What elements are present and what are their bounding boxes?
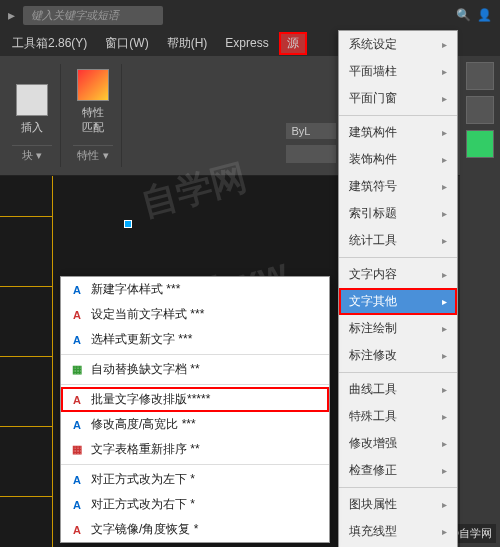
insert-icon [16, 84, 48, 116]
submenu-item-6[interactable]: ▦文字表格重新排序 ** [61, 437, 329, 462]
chevron-icon: ▸ [8, 7, 15, 23]
panel-title-block: 块 ▾ [12, 145, 52, 163]
user-icon[interactable]: 👤 [477, 8, 492, 22]
menu-item-11[interactable]: 标注修改▸ [339, 342, 457, 369]
menu-item-8[interactable]: 文字内容▸ [339, 261, 457, 288]
menu-item-16[interactable]: 图块属性▸ [339, 491, 457, 518]
menu-item-2[interactable]: 平面门窗▸ [339, 85, 457, 112]
menu-item-7[interactable]: 统计工具▸ [339, 227, 457, 254]
submenu-item-8[interactable]: A对正方式改为右下 * [61, 492, 329, 517]
menu-source[interactable]: 源 [279, 32, 307, 55]
menu-item-17[interactable]: 填充线型▸ [339, 518, 457, 545]
menu-express[interactable]: Express [217, 33, 276, 53]
match-props-button[interactable]: 特性 匹配 [73, 65, 113, 139]
bylayer-dropdown[interactable]: ByL [286, 123, 336, 139]
menu-item-3[interactable]: 建筑构件▸ [339, 119, 457, 146]
menu-item-14[interactable]: 修改增强▸ [339, 430, 457, 457]
submenu: A新建字体样式 ***A设定当前文字样式 ***A选样式更新文字 ***▦自动替… [60, 276, 330, 543]
panel-title-props: 特性 ▾ [73, 145, 113, 163]
search-input[interactable]: 键入关键字或短语 [23, 6, 163, 25]
matchprops-icon [77, 69, 109, 101]
tool-btn-1[interactable] [466, 62, 494, 90]
submenu-item-3[interactable]: ▦自动替换缺文字档 ** [61, 357, 329, 382]
submenu-item-4[interactable]: A批量文字修改排版***** [61, 387, 329, 412]
submenu-item-5[interactable]: A修改高度/高宽比 *** [61, 412, 329, 437]
menu-item-6[interactable]: 索引标题▸ [339, 200, 457, 227]
grip-handle[interactable] [124, 220, 132, 228]
submenu-item-9[interactable]: A文字镜像/角度恢复 * [61, 517, 329, 542]
tool-btn-2[interactable] [466, 96, 494, 124]
submenu-item-1[interactable]: A设定当前文字样式 *** [61, 302, 329, 327]
linetype-dropdown[interactable] [286, 145, 336, 163]
menu-item-5[interactable]: 建筑符号▸ [339, 173, 457, 200]
menu-item-15[interactable]: 检查修正▸ [339, 457, 457, 484]
submenu-item-2[interactable]: A选样式更新文字 *** [61, 327, 329, 352]
menu-toolbox[interactable]: 工具箱2.86(Y) [4, 32, 95, 55]
submenu-item-7[interactable]: A对正方式改为左下 * [61, 467, 329, 492]
menu-item-1[interactable]: 平面墙柱▸ [339, 58, 457, 85]
menu-window[interactable]: 窗口(W) [97, 32, 156, 55]
search-icon[interactable]: 🔍 [456, 8, 471, 22]
submenu-item-0[interactable]: A新建字体样式 *** [61, 277, 329, 302]
menu-item-9[interactable]: 文字其他▸ [339, 288, 457, 315]
tool-btn-3[interactable] [466, 130, 494, 158]
menu-item-4[interactable]: 装饰构件▸ [339, 146, 457, 173]
menu-item-13[interactable]: 特殊工具▸ [339, 403, 457, 430]
menu-help[interactable]: 帮助(H) [159, 32, 216, 55]
menu-item-10[interactable]: 标注绘制▸ [339, 315, 457, 342]
context-menu: 系统设定▸平面墙柱▸平面门窗▸建筑构件▸装饰构件▸建筑符号▸索引标题▸统计工具▸… [338, 30, 458, 547]
menu-item-0[interactable]: 系统设定▸ [339, 31, 457, 58]
insert-button[interactable]: 插入 [12, 80, 52, 139]
right-toolbar [460, 56, 500, 547]
menu-item-12[interactable]: 曲线工具▸ [339, 376, 457, 403]
